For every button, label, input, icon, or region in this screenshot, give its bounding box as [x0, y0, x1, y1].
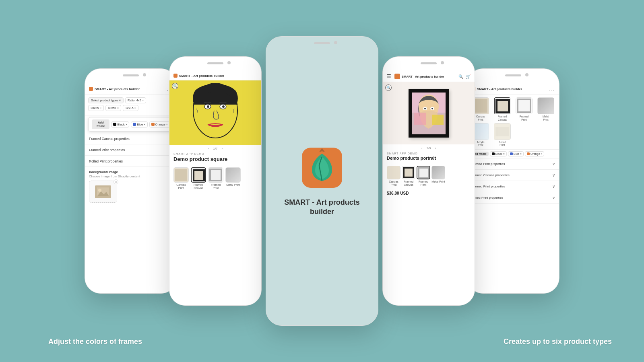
- framed-canvas-label-phone4: FramedCanvas: [404, 180, 413, 187]
- prop-framed-print-left[interactable]: Framed Print properties ›: [85, 144, 177, 156]
- type-framed-print-phone2[interactable]: FramedPrint: [208, 167, 223, 190]
- bg-image-box[interactable]: ×: [89, 181, 117, 203]
- type-grid-phone5: CanvasPrint FramedCanvas FramedPrint: [467, 95, 559, 149]
- color-tag-orange[interactable]: Orange ×: [149, 121, 170, 128]
- bg-image-preview: [95, 185, 111, 198]
- svg-point-28: [431, 108, 433, 109]
- color-tag-black-phone5[interactable]: Black ×: [490, 151, 507, 156]
- type-metal-phone4[interactable]: Metal Print: [431, 166, 445, 187]
- type-framed-canvas-phone2[interactable]: FramedCanvas: [191, 167, 206, 190]
- portrait-product-image: 🔍: [383, 82, 475, 144]
- svg-point-8: [207, 105, 209, 108]
- product-title-phone4: Demo products portrait: [383, 155, 475, 164]
- tag-ratio[interactable]: Ratio: 4x5 ×: [125, 97, 146, 103]
- framed-canvas-thumb-phone5: [494, 97, 511, 114]
- type-metal-print-phone2[interactable]: Metal Print: [225, 167, 241, 190]
- blue-dot: [133, 123, 136, 126]
- prev-arrow[interactable]: ‹: [208, 147, 209, 150]
- metal-thumb-phone4: [431, 166, 445, 179]
- next-arrow[interactable]: ›: [222, 147, 223, 150]
- svg-point-26: [424, 108, 426, 109]
- prop-framed-print-phone5[interactable]: Framed Print properties ∨: [467, 181, 559, 192]
- svg-rect-29: [387, 166, 400, 179]
- caption-left: Adjust the colors of frames: [48, 337, 142, 346]
- type-framed-canvas-phone4[interactable]: FramedCanvas: [402, 166, 415, 187]
- type-framed-print-phone5[interactable]: FramedPrint: [514, 97, 534, 121]
- product-title-phone2: Demo product square: [169, 155, 261, 165]
- logo-title: SMART - Art products builder: [274, 198, 370, 217]
- svg-rect-38: [474, 99, 487, 113]
- prop-rolled-print-left[interactable]: Rolled Print properties ›: [85, 156, 177, 167]
- type-rolled-phone5[interactable]: RolledPrint: [492, 123, 512, 147]
- type-metal-phone5[interactable]: MetalPrint: [536, 97, 556, 121]
- framed-print-thumb-phone2: [208, 167, 223, 183]
- frame-color-bar-left: Add frame Black × Blue × Orange ×: [88, 117, 173, 132]
- cart-icon[interactable]: 🛒: [466, 74, 471, 79]
- metal-label-phone2: Metal Print: [226, 183, 239, 187]
- admin-dots-phone5[interactable]: ...: [549, 86, 555, 92]
- phone-admin-right: SMART - Art products builder ... CanvasP…: [467, 68, 559, 294]
- type-canvas-phone4[interactable]: CanvasPrint: [387, 166, 400, 187]
- zoom-icon[interactable]: 🔍: [172, 83, 178, 89]
- page-indicator-phone4: 1/9: [426, 146, 431, 150]
- svg-rect-17: [211, 170, 221, 180]
- admin-bar-phone5: SMART - Art products builder ...: [467, 83, 559, 95]
- prop-framed-canvas-phone5[interactable]: Framed Canvas properties ∨: [467, 170, 559, 181]
- chevron-rolled-print-phone5: ∨: [552, 195, 555, 200]
- tag-size-1[interactable]: 20x25×: [88, 105, 104, 111]
- chevron-framed-canvas-phone5: ∨: [552, 173, 555, 177]
- logo-container: SMART - Art products builder: [266, 138, 378, 225]
- svg-rect-23: [414, 113, 426, 125]
- framed-print-label-phone4: FramedPrint: [419, 180, 428, 187]
- prop-rolled-print-phone5[interactable]: Rolled Print properties ∨: [467, 192, 559, 204]
- framed-canvas-thumb-phone2: [191, 167, 206, 183]
- type-framed-print-phone4[interactable]: FramedPrint: [417, 166, 430, 187]
- admin-title-left: SMART - Art products builder: [95, 87, 140, 91]
- page-indicator: 1/7: [213, 147, 217, 150]
- framed-canvas-label-phone5: FramedCanvas: [498, 115, 507, 121]
- color-tag-black[interactable]: Black ×: [111, 121, 129, 128]
- zoom-icon-phone4[interactable]: 🔍: [385, 84, 392, 91]
- background-image-section: Background image Choose image from Shopi…: [85, 167, 177, 206]
- app-logo: [300, 146, 344, 190]
- metal-thumb-phone5: [537, 97, 554, 114]
- search-icon[interactable]: 🔍: [458, 74, 463, 79]
- type-canvas-print-phone2[interactable]: CanvasPrint: [173, 167, 189, 190]
- next-arrow-phone4[interactable]: ›: [435, 146, 436, 150]
- prop-framed-canvas-left[interactable]: Framed Canvas properties ›: [85, 133, 177, 144]
- chevron-canvas-phone5: ∨: [552, 162, 555, 166]
- prop-canvas-print-phone5[interactable]: Canvas Print properties ∨: [467, 158, 559, 170]
- filter-area-left: Select product types ▾ Ratio: 4x5 × 20x2…: [85, 95, 177, 115]
- svg-rect-24: [432, 115, 444, 125]
- select-product-types[interactable]: Select product types ▾: [88, 97, 124, 103]
- color-tag-blue[interactable]: Blue ×: [131, 121, 147, 128]
- black-dot: [113, 123, 116, 126]
- nav-arrows-phone2: ‹ 1/7 ›: [169, 145, 261, 152]
- canvas-label-phone2: CanvasPrint: [176, 183, 186, 190]
- app-icon-phone2: [173, 74, 178, 78]
- svg-rect-48: [495, 127, 509, 136]
- framed-canvas-thumb-phone4: [402, 166, 415, 179]
- tag-size-3[interactable]: 12x15×: [123, 105, 138, 111]
- tag-size-2[interactable]: 40x50×: [105, 105, 121, 111]
- bg-remove-button[interactable]: ×: [114, 179, 118, 184]
- shop-name-phone4: SMART - Art products builder: [402, 75, 444, 78]
- type-framed-canvas-phone5[interactable]: FramedCanvas: [492, 97, 512, 121]
- svg-rect-44: [518, 100, 530, 111]
- canvas-label-phone4: CanvasPrint: [389, 180, 398, 187]
- svg-rect-18: [226, 168, 240, 182]
- add-frame-button[interactable]: Add frame: [92, 119, 109, 129]
- metal-label-phone5: MetalPrint: [543, 115, 549, 121]
- shop-logo-phone4: [394, 74, 400, 79]
- acrylic-label-phone5: AcrylicPrint: [477, 141, 484, 147]
- color-tag-orange-phone5[interactable]: Orange ×: [525, 151, 544, 156]
- color-tag-blue-phone5[interactable]: Blue ×: [508, 151, 524, 156]
- admin-title-phone5: SMART - Art products builder: [477, 87, 522, 91]
- type-grid-phone2: CanvasPrint FramedCanvas FramedPrint: [169, 165, 261, 192]
- admin-bar-phone2: SMART - Art products builder: [169, 71, 261, 80]
- hamburger-icon[interactable]: ☰: [387, 74, 391, 79]
- product-image-square: 🔍: [169, 80, 261, 145]
- nav-arrows-phone4: ‹ 1/9 ›: [383, 144, 475, 152]
- bg-title: Background image: [89, 170, 173, 174]
- prev-arrow-phone4[interactable]: ‹: [421, 146, 423, 150]
